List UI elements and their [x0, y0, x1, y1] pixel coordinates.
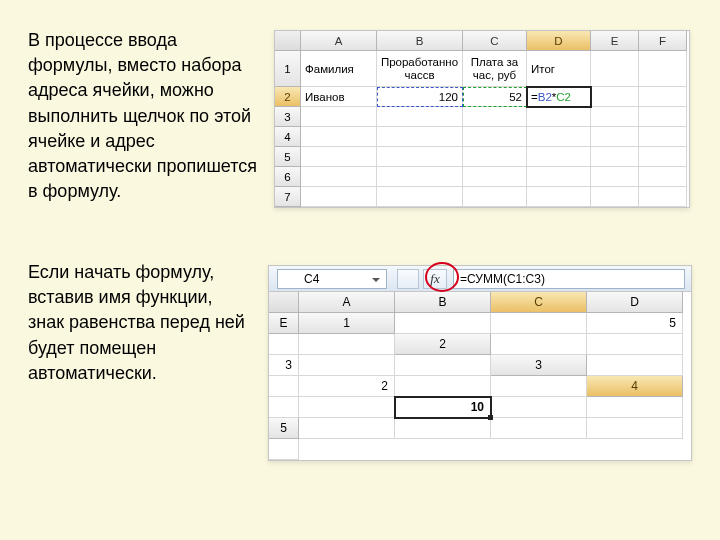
- col-header-f[interactable]: F: [639, 31, 687, 51]
- row-header-6[interactable]: 6: [275, 167, 301, 187]
- cell-e3[interactable]: [591, 107, 639, 127]
- col2-header-e[interactable]: E: [269, 313, 299, 334]
- select-all-corner[interactable]: [275, 31, 301, 51]
- cell2-b4[interactable]: [299, 397, 395, 418]
- cell2-d4[interactable]: [491, 397, 587, 418]
- row-header-7[interactable]: 7: [275, 187, 301, 207]
- col2-header-d[interactable]: D: [587, 292, 683, 313]
- cell-c7[interactable]: [463, 187, 527, 207]
- cell-e4[interactable]: [591, 127, 639, 147]
- cell-f3[interactable]: [639, 107, 687, 127]
- cell-c2[interactable]: 52: [463, 87, 527, 107]
- formula-ref-b2: B2: [538, 91, 552, 103]
- cell-d4[interactable]: [527, 127, 591, 147]
- explanation-text-1: В процессе ввода формулы, вместо набора …: [28, 28, 258, 204]
- name-box[interactable]: C4: [277, 269, 387, 289]
- cell-c4[interactable]: [463, 127, 527, 147]
- spreadsheet-1[interactable]: A B C D E F 1 Фамилия Проработанно чассв…: [275, 31, 689, 207]
- cell-d7[interactable]: [527, 187, 591, 207]
- row2-header-5[interactable]: 5: [269, 418, 299, 439]
- cell-b4[interactable]: [377, 127, 463, 147]
- cell2-e3[interactable]: [491, 376, 587, 397]
- cell2-b2[interactable]: [587, 334, 683, 355]
- row-header-5[interactable]: 5: [275, 147, 301, 167]
- row2-header-3[interactable]: 3: [491, 355, 587, 376]
- col-header-a[interactable]: A: [301, 31, 377, 51]
- cell-c5[interactable]: [463, 147, 527, 167]
- col2-header-a[interactable]: A: [299, 292, 395, 313]
- cell-e6[interactable]: [591, 167, 639, 187]
- cell2-b3[interactable]: [269, 376, 299, 397]
- cell-e7[interactable]: [591, 187, 639, 207]
- cell2-d3[interactable]: [395, 376, 491, 397]
- cell-a4[interactable]: [301, 127, 377, 147]
- spreadsheet-2[interactable]: A B C D E 1 5 2 3 3 2 4 10 5: [269, 292, 691, 460]
- cell-b5[interactable]: [377, 147, 463, 167]
- cell-c3[interactable]: [463, 107, 527, 127]
- row-header-2[interactable]: 2: [275, 87, 301, 107]
- cell-e1[interactable]: [591, 51, 639, 87]
- cell-b2[interactable]: 120: [377, 87, 463, 107]
- cell2-b5[interactable]: [395, 418, 491, 439]
- row-header-1[interactable]: 1: [275, 51, 301, 87]
- cell-b3[interactable]: [377, 107, 463, 127]
- cell2-b1[interactable]: [491, 313, 587, 334]
- cell2-a5[interactable]: [299, 418, 395, 439]
- cell-a1[interactable]: Фамилия: [301, 51, 377, 87]
- cell2-d1[interactable]: [269, 334, 299, 355]
- cell-d2-formula[interactable]: =B2*C2: [527, 87, 591, 107]
- cell2-a4[interactable]: [269, 397, 299, 418]
- cell-d5[interactable]: [527, 147, 591, 167]
- row-header-4[interactable]: 4: [275, 127, 301, 147]
- insert-function-button[interactable]: fx: [423, 269, 447, 289]
- cell2-e5[interactable]: [269, 439, 299, 460]
- cell2-e2[interactable]: [395, 355, 491, 376]
- cell2-d5[interactable]: [587, 418, 683, 439]
- cell2-c3[interactable]: 2: [299, 376, 395, 397]
- cell-a2[interactable]: Иванов: [301, 87, 377, 107]
- cell2-c2[interactable]: 3: [269, 355, 299, 376]
- col-header-c[interactable]: C: [463, 31, 527, 51]
- cell-a7[interactable]: [301, 187, 377, 207]
- cell2-d2[interactable]: [299, 355, 395, 376]
- cell-b6[interactable]: [377, 167, 463, 187]
- cell-a3[interactable]: [301, 107, 377, 127]
- cell-c6[interactable]: [463, 167, 527, 187]
- cell-f2[interactable]: [639, 87, 687, 107]
- cell-f7[interactable]: [639, 187, 687, 207]
- formula-input[interactable]: =СУММ(C1:C3): [453, 269, 685, 289]
- row2-header-2[interactable]: 2: [395, 334, 491, 355]
- select-all-corner-2[interactable]: [269, 292, 299, 313]
- cell-f6[interactable]: [639, 167, 687, 187]
- cell-f4[interactable]: [639, 127, 687, 147]
- cell-a5[interactable]: [301, 147, 377, 167]
- cell-d6[interactable]: [527, 167, 591, 187]
- cell-c1[interactable]: Плата за час, руб: [463, 51, 527, 87]
- row2-header-1[interactable]: 1: [299, 313, 395, 334]
- cell-f1[interactable]: [639, 51, 687, 87]
- col-header-d[interactable]: D: [527, 31, 591, 51]
- cell-f5[interactable]: [639, 147, 687, 167]
- cell-e5[interactable]: [591, 147, 639, 167]
- col2-header-c[interactable]: C: [491, 292, 587, 313]
- cancel-icon[interactable]: [397, 269, 419, 289]
- row2-header-4[interactable]: 4: [587, 376, 683, 397]
- row-header-3[interactable]: 3: [275, 107, 301, 127]
- cell2-a2[interactable]: [491, 334, 587, 355]
- cell-d3[interactable]: [527, 107, 591, 127]
- cell2-a3[interactable]: [587, 355, 683, 376]
- col-header-e[interactable]: E: [591, 31, 639, 51]
- cell-b7[interactable]: [377, 187, 463, 207]
- cell2-e4[interactable]: [587, 397, 683, 418]
- col-header-b[interactable]: B: [377, 31, 463, 51]
- cell2-a1[interactable]: [395, 313, 491, 334]
- cell-a6[interactable]: [301, 167, 377, 187]
- col2-header-b[interactable]: B: [395, 292, 491, 313]
- cell-e2[interactable]: [591, 87, 639, 107]
- cell2-c4[interactable]: 10: [395, 397, 491, 418]
- cell-b1[interactable]: Проработанно чассв: [377, 51, 463, 87]
- cell2-e1[interactable]: [299, 334, 395, 355]
- cell-d1[interactable]: Итог: [527, 51, 591, 87]
- cell2-c1[interactable]: 5: [587, 313, 683, 334]
- cell2-c5[interactable]: [491, 418, 587, 439]
